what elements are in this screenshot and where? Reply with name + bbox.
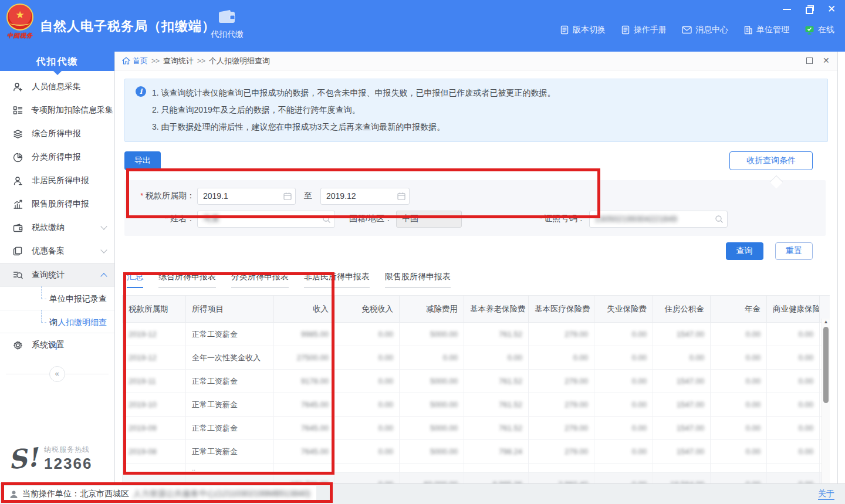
notice-line-2: 3. 由于数据处理的滞后性，建议您在申报成功3天之后再来查询最新的申报数据。 bbox=[152, 119, 819, 136]
sidebar-subitem-0[interactable]: 单位申报记录查询 bbox=[0, 286, 114, 310]
table-row[interactable]: 2019-10正常工资薪金7645.000.005000.00761.52279… bbox=[123, 393, 830, 417]
header-action-0[interactable]: 版本切换 bbox=[560, 25, 606, 35]
chevron-up-icon bbox=[100, 273, 107, 279]
table-row-partial: .. bbox=[123, 464, 830, 473]
fold-query-button[interactable]: 收折查询条件 bbox=[729, 151, 813, 170]
header-action-1[interactable]: 操作手册 bbox=[621, 25, 667, 35]
sidebar-item-5[interactable]: 限售股所得申报 bbox=[0, 192, 114, 216]
table-cell: 2019-11 bbox=[123, 370, 186, 393]
wallet2-icon bbox=[13, 224, 23, 232]
sidebar-item-2[interactable]: 综合所得申报 bbox=[0, 122, 114, 146]
sidebar-item-label: 系统设置 bbox=[32, 340, 106, 350]
calendar-icon[interactable] bbox=[397, 192, 405, 202]
search-icon[interactable] bbox=[715, 215, 724, 225]
table-cell: 0.00 bbox=[767, 323, 820, 346]
tab-1[interactable]: 综合所得申报表 bbox=[158, 272, 216, 288]
table-cell: 0.00 bbox=[335, 417, 400, 440]
scroll-up-icon[interactable]: ▲ bbox=[822, 319, 830, 326]
table-cell: 0.00 bbox=[653, 346, 711, 370]
table-cell: 0.00 bbox=[594, 440, 653, 464]
logo-caption: 中国税务 bbox=[5, 32, 35, 40]
minimize-button[interactable] bbox=[782, 5, 792, 14]
period-to-input[interactable]: 2019.12 bbox=[320, 188, 410, 205]
table-cell: 1547.00 bbox=[653, 393, 711, 417]
table-cell: 0.00 bbox=[711, 370, 767, 393]
table-cell: 正常工资薪金 bbox=[186, 440, 274, 464]
close-button[interactable]: ✕ bbox=[826, 5, 837, 14]
breadcrumb-separator: >> bbox=[197, 57, 205, 65]
table-cell: 2019-12 bbox=[123, 323, 186, 346]
doc-icon bbox=[621, 25, 630, 35]
chevron-down-icon bbox=[100, 223, 107, 229]
period-from-input[interactable]: 2019.1 bbox=[197, 188, 296, 205]
tab-4[interactable]: 限售股所得申报表 bbox=[385, 272, 451, 288]
search-icon[interactable] bbox=[322, 215, 331, 225]
table-row[interactable]: 2019-12全年一次性奖金收入27500.000.000.000.000.00… bbox=[123, 346, 830, 370]
panel-close-icon[interactable]: ✕ bbox=[823, 57, 830, 65]
table-cell: 2019-10 bbox=[123, 393, 186, 417]
search-list-icon bbox=[13, 270, 23, 280]
restore-button[interactable] bbox=[804, 5, 814, 14]
id-number-input[interactable]: 130502199304221849 bbox=[589, 211, 728, 228]
sidebar-item-8[interactable]: 查询统计 bbox=[0, 263, 114, 286]
breadcrumb-home[interactable]: 首页 bbox=[122, 56, 148, 66]
vertical-scrollbar[interactable]: ▲ ▼ bbox=[822, 319, 830, 483]
tab-3[interactable]: 非居民所得申报表 bbox=[304, 272, 370, 288]
sidebar-item-label: 综合所得申报 bbox=[32, 128, 106, 139]
sidebar-item-7[interactable]: 优惠备案 bbox=[0, 239, 114, 263]
vertical-scroll-thumb[interactable] bbox=[823, 327, 829, 403]
tab-2[interactable]: 分类所得申报表 bbox=[231, 272, 289, 288]
table-cell: 1547.00 bbox=[653, 440, 711, 464]
query-actions: 查询 重置 bbox=[122, 242, 828, 260]
name-input[interactable]: 马某 bbox=[197, 211, 335, 228]
toolbar: 导出 收折查询条件 bbox=[124, 151, 828, 170]
sidebar-subitem-1[interactable]: 个人扣缴明细查询 bbox=[0, 310, 114, 333]
sidebar-item-label: 限售股所得申报 bbox=[32, 199, 106, 209]
column-header: 基本养老保险费 bbox=[464, 296, 529, 323]
table-cell: 正常工资薪金 bbox=[186, 393, 274, 417]
table-cell bbox=[767, 464, 820, 473]
reset-button[interactable]: 重置 bbox=[775, 242, 813, 260]
export-button[interactable]: 导出 bbox=[124, 151, 161, 170]
header-action-4[interactable]: 在线 bbox=[805, 25, 834, 35]
table-cell: 0.00 bbox=[711, 417, 767, 440]
table-cell: 0.00 bbox=[335, 473, 400, 484]
tax-bureau-logo: ★ 中国税务 bbox=[5, 4, 35, 40]
header-action-3[interactable]: 单位管理 bbox=[743, 25, 789, 35]
hotline-caption: 纳税服务热线 bbox=[44, 445, 92, 455]
calendar-icon[interactable] bbox=[283, 192, 292, 202]
table-row[interactable]: 2019-09正常工资薪金7645.000.005000.00761.52279… bbox=[123, 417, 830, 440]
sidebar-item-0[interactable]: 人员信息采集 bbox=[0, 75, 114, 99]
column-header: 减除费用 bbox=[400, 296, 464, 323]
sidebar-item-1[interactable]: 专项附加扣除信息采集 bbox=[0, 99, 114, 122]
tab-0[interactable]: 汇总 bbox=[127, 272, 143, 288]
wallet-icon bbox=[218, 9, 236, 26]
table-row[interactable]: 2019-11正常工资薪金9178.000.005000.00761.52279… bbox=[123, 370, 830, 393]
search-button[interactable]: 查询 bbox=[726, 242, 763, 260]
sidebar-item-3[interactable]: 分类所得申报 bbox=[0, 146, 114, 169]
table-cell: 0.00 bbox=[767, 440, 820, 464]
about-link[interactable]: 关于 bbox=[818, 489, 834, 500]
table-cell: 2,960.40 bbox=[529, 473, 594, 484]
status-bar: 当前操作单位：北京市西城区人力资源公共服务中心(12110302199MB513… bbox=[0, 483, 845, 504]
breadcrumb-item[interactable]: 查询统计 bbox=[163, 56, 194, 66]
sidebar-item-6[interactable]: 税款缴纳 bbox=[0, 216, 114, 239]
table-cell: 60,000.00 bbox=[400, 473, 464, 484]
table-cell: -- bbox=[123, 473, 186, 484]
module-tab-label: 代扣代缴 bbox=[204, 29, 250, 40]
table-row[interactable]: 2019-12正常工资薪金9985.000.005000.00761.52279… bbox=[123, 323, 830, 346]
panel-maximize-icon[interactable] bbox=[806, 57, 813, 65]
table-row[interactable]: 2019-08正常工资薪金7645.000.005000.00798.24279… bbox=[123, 440, 830, 464]
table-cell: .. bbox=[186, 464, 274, 473]
column-header: 年金 bbox=[711, 296, 767, 323]
header-action-2[interactable]: 消息中心 bbox=[682, 25, 728, 35]
header-action-label: 单位管理 bbox=[756, 25, 789, 35]
sidebar-item-4[interactable]: 非居民所得申报 bbox=[0, 169, 114, 192]
sidebar-item-9[interactable]: 系统设置 bbox=[0, 333, 114, 357]
table-cell: 0.00 bbox=[594, 417, 653, 440]
module-tab-daikou-daijiao[interactable]: 代扣代缴 bbox=[204, 7, 250, 48]
table-cell: 8,995.36 bbox=[464, 473, 529, 484]
table-cell: 279.00 bbox=[529, 440, 594, 464]
sidebar-collapse-button[interactable]: « bbox=[49, 366, 65, 382]
table-cell: 7645.00 bbox=[274, 393, 335, 417]
